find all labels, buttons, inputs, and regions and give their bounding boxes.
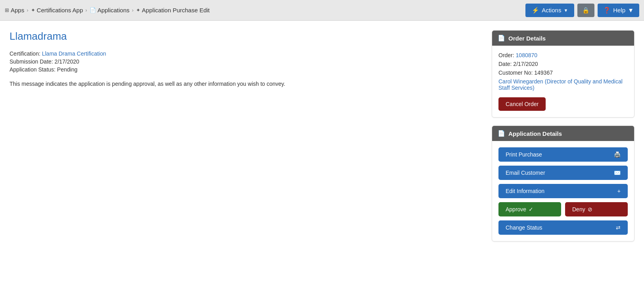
top-bar: ⊞ Apps › ✦ Certifications App › 📄 Applic… xyxy=(0,0,644,21)
order-details-title: Order Details xyxy=(508,35,546,42)
help-button[interactable]: ❓ Help ▼ xyxy=(598,4,639,17)
application-details-title: Application Details xyxy=(508,130,562,137)
breadcrumb-certifications-app[interactable]: ✦ Certifications App xyxy=(31,7,83,14)
approve-deny-row: Approve ✓ Deny ⊘ xyxy=(498,202,628,216)
envelope-icon: ✉️ xyxy=(614,170,621,176)
breadcrumb-sep-3: › xyxy=(132,7,134,13)
deny-button[interactable]: Deny ⊘ xyxy=(565,202,628,216)
lock-button[interactable]: 🔒 xyxy=(577,4,594,17)
order-details-panel: 📄 Order Details Order: 1080870 Date: 2/1… xyxy=(492,30,634,118)
customer-no-value: 149367 xyxy=(534,70,553,76)
breadcrumb-cert-app-label: Certifications App xyxy=(37,7,83,14)
checkmark-icon: ✓ xyxy=(529,206,533,212)
actions-caret-icon: ▼ xyxy=(564,8,568,13)
page-title: Llamadrama xyxy=(10,30,480,42)
application-status-label: Application Status: xyxy=(10,66,56,73)
help-caret-icon: ▼ xyxy=(628,7,634,14)
lock-icon: 🔒 xyxy=(582,7,590,14)
breadcrumb-sep-2: › xyxy=(85,7,87,13)
help-label: Help xyxy=(613,7,625,14)
edit-information-label: Edit Information xyxy=(506,188,544,194)
application-details-body: Print Purchase 🖨️ Email Customer ✉️ Edit… xyxy=(492,141,634,241)
application-status-row: Application Status: Pending xyxy=(10,66,480,73)
customer-no-row: Customer No: 149367 xyxy=(498,70,628,76)
customer-name-row: Carol Winegarden (Director of Quality an… xyxy=(498,78,628,91)
right-sidebar: 📄 Order Details Order: 1080870 Date: 2/1… xyxy=(492,30,634,272)
breadcrumb-sep-1: › xyxy=(27,7,28,13)
application-status-value: Pending xyxy=(57,66,77,73)
actions-button[interactable]: ⚡ Actions ▼ xyxy=(525,4,574,17)
status-message: This message indicates the application i… xyxy=(10,80,480,88)
approve-button[interactable]: Approve ✓ xyxy=(498,202,561,216)
email-customer-label: Email Customer xyxy=(506,170,545,176)
applications-icon: 📄 xyxy=(90,7,96,13)
change-status-button[interactable]: Change Status ⇄ xyxy=(498,220,628,235)
apps-icon: ⊞ xyxy=(5,7,9,13)
certification-link[interactable]: Llama Drama Certification xyxy=(42,50,106,57)
breadcrumb-apps[interactable]: ⊞ Apps xyxy=(5,7,24,14)
app-action-buttons: Print Purchase 🖨️ Email Customer ✉️ Edit… xyxy=(498,147,628,235)
order-date-value: 2/17/2020 xyxy=(513,61,538,67)
order-label: Order: xyxy=(498,52,514,58)
order-details-header-icon: 📄 xyxy=(498,35,505,42)
order-number-row: Order: 1080870 xyxy=(498,52,628,58)
application-details-header: 📄 Application Details xyxy=(492,126,634,141)
print-purchase-label: Print Purchase xyxy=(506,151,542,158)
breadcrumb-applications-label: Applications xyxy=(98,7,130,14)
ban-icon: ⊘ xyxy=(588,206,592,212)
breadcrumb-purchase-edit: ✦ Application Purchase Edit xyxy=(136,7,210,14)
cert-app-icon: ✦ xyxy=(31,7,35,13)
order-details-body: Order: 1080870 Date: 2/17/2020 Customer … xyxy=(492,46,634,117)
breadcrumb-applications[interactable]: 📄 Applications xyxy=(90,7,130,14)
bolt-icon: ⚡ xyxy=(532,7,539,14)
edit-information-button[interactable]: Edit Information + xyxy=(498,184,628,198)
submission-date-label: Submission Date: xyxy=(10,58,53,65)
email-customer-button[interactable]: Email Customer ✉️ xyxy=(498,166,628,180)
application-details-header-icon: 📄 xyxy=(498,130,505,137)
order-date-row: Date: 2/17/2020 xyxy=(498,61,628,67)
breadcrumb-apps-label: Apps xyxy=(11,7,24,14)
customer-no-label: Customer No: xyxy=(498,70,533,76)
certification-row: Certification: Llama Drama Certification xyxy=(10,50,480,57)
printer-icon: 🖨️ xyxy=(614,151,621,158)
actions-label: Actions xyxy=(542,7,561,14)
submission-date-row: Submission Date: 2/17/2020 xyxy=(10,58,480,65)
approve-label: Approve xyxy=(506,206,526,212)
main-layout: Llamadrama Certification: Llama Drama Ce… xyxy=(0,21,644,282)
submission-date-value: 2/17/2020 xyxy=(55,58,79,65)
deny-label: Deny xyxy=(572,206,585,212)
plus-icon: + xyxy=(617,188,621,194)
status-message-text: This message indicates the application i… xyxy=(10,81,285,87)
order-number-link[interactable]: 1080870 xyxy=(516,52,538,58)
cancel-order-button[interactable]: Cancel Order xyxy=(498,97,546,111)
help-circle-icon: ❓ xyxy=(603,7,611,14)
top-bar-action-buttons: ⚡ Actions ▼ 🔒 ❓ Help ▼ xyxy=(525,4,639,17)
order-details-header: 📄 Order Details xyxy=(492,31,634,46)
change-status-label: Change Status xyxy=(506,224,542,231)
breadcrumb: ⊞ Apps › ✦ Certifications App › 📄 Applic… xyxy=(5,7,210,14)
print-purchase-button[interactable]: Print Purchase 🖨️ xyxy=(498,147,628,162)
arrows-icon: ⇄ xyxy=(616,224,621,231)
customer-name-link[interactable]: Carol Winegarden (Director of Quality an… xyxy=(498,78,623,91)
order-date-label: Date: xyxy=(498,61,512,67)
breadcrumb-purchase-edit-label: Application Purchase Edit xyxy=(142,7,210,14)
left-content: Llamadrama Certification: Llama Drama Ce… xyxy=(10,30,492,272)
certification-label: Certification: xyxy=(10,50,40,57)
purchase-edit-icon: ✦ xyxy=(136,7,140,13)
application-details-panel: 📄 Application Details Print Purchase 🖨️ … xyxy=(492,126,634,241)
